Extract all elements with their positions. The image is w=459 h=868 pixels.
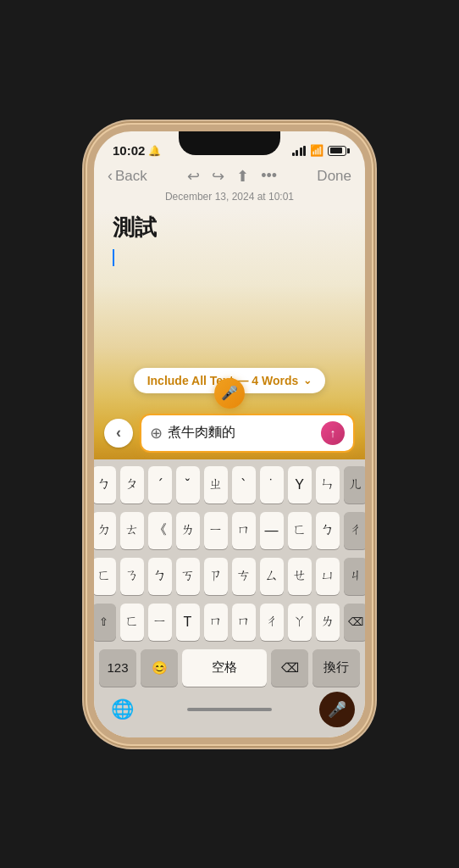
phone-frame: 10:02 🔔 📶 ‹ Back (86, 123, 373, 746)
key-y[interactable]: Y (288, 466, 312, 504)
note-spacer (94, 266, 365, 363)
key-f3[interactable]: ㄈ (94, 558, 116, 595)
keyboard-bottom-row: 123 😊 空格 ⌫ 換行 (97, 649, 362, 687)
key-t4[interactable]: T (176, 604, 200, 641)
key-shift-left[interactable]: ⇧ (94, 604, 116, 641)
key-ch4[interactable]: ㄔ (260, 604, 284, 641)
input-plus-icon[interactable]: ⊕ (150, 424, 163, 442)
key-delete[interactable]: ⌫ (344, 604, 366, 641)
share-button[interactable]: ⬆ (236, 167, 249, 186)
key-emoji[interactable]: 😊 (141, 649, 178, 687)
keyboard-row-1: ㄅ ㄆ ˊ ˇ ㄓ ˋ ˙ Y ㄣ ㄦ (97, 466, 362, 504)
input-back-chevron-icon: ‹ (116, 424, 121, 442)
input-field-wrap[interactable]: ⊕ 煮牛肉麵的 ↑ (140, 414, 355, 453)
key-ci[interactable]: ㄘ (232, 558, 256, 595)
numbers-label: 123 (107, 660, 128, 675)
note-date: December 13, 2024 at 10:01 (94, 189, 365, 209)
key-che[interactable]: ㄔ (344, 512, 366, 549)
notch (179, 131, 280, 155)
status-icons: 📶 (292, 144, 347, 157)
toolbar-middle: ↩ ↪ ⬆ ••• (187, 167, 277, 186)
note-body: 測試 Include All Text — 4 Words ⌄ 🎤 (94, 209, 365, 459)
key-yi[interactable]: ㄧ (204, 512, 228, 549)
back-chevron-icon: ‹ (108, 167, 113, 185)
key-n3[interactable]: ㄋ (120, 558, 144, 595)
mic-bubble-icon: 🎤 (221, 385, 238, 401)
key-a4[interactable]: ㄚ (288, 604, 312, 641)
note-content-area: 測試 (94, 209, 365, 266)
key-si[interactable]: ㄙ (260, 558, 284, 595)
emoji-icon: 😊 (152, 660, 168, 676)
time-display: 10:02 (113, 143, 145, 158)
key-tone5[interactable]: ˙ (260, 466, 284, 504)
home-indicator-area (140, 708, 319, 711)
key-ji[interactable]: ㄐ (344, 558, 366, 595)
battery-icon (328, 146, 346, 156)
wifi-icon: 📶 (310, 144, 324, 157)
keyboard-row-2: ㄉ ㄊ 《 ㄌ ㄧ ㄇ — ㄈ ㄅ ㄔ (97, 512, 362, 549)
key-yu[interactable]: ㄩ (316, 558, 340, 595)
done-button[interactable]: Done (317, 168, 351, 185)
status-time: 10:02 🔔 (113, 143, 161, 158)
key-er[interactable]: ㄦ (344, 466, 366, 504)
key-return[interactable]: 換行 (312, 649, 360, 687)
key-de[interactable]: ㄉ (94, 512, 116, 549)
back-button[interactable]: Back (115, 168, 147, 185)
key-space[interactable]: 空格 (182, 649, 267, 687)
key-te[interactable]: ㄊ (120, 512, 144, 549)
key-tone2[interactable]: ˊ (148, 466, 172, 504)
key-le[interactable]: ㄌ (176, 512, 200, 549)
toolbar-left[interactable]: ‹ Back (108, 167, 147, 185)
input-bar: ‹ ⊕ 煮牛肉麵的 ↑ (94, 403, 365, 459)
key-dash[interactable]: — (260, 512, 284, 549)
mic-bottom-button[interactable]: 🎤 (319, 692, 355, 727)
return-label: 換行 (324, 659, 349, 676)
key-zi[interactable]: ㄗ (204, 558, 228, 595)
key-l4[interactable]: ㄌ (316, 604, 340, 641)
undo-button[interactable]: ↩ (187, 167, 200, 186)
input-text-value: 煮牛肉麵的 (168, 424, 316, 442)
key-backspace[interactable]: ⌫ (271, 649, 308, 687)
key-ne[interactable]: ㄅ (316, 512, 340, 549)
key-ke[interactable]: ㄎ (176, 558, 200, 595)
space-label: 空格 (212, 659, 237, 676)
key-f4[interactable]: ㄈ (120, 604, 144, 641)
input-back-button[interactable]: ‹ (104, 419, 133, 448)
globe-button[interactable]: 🌐 (104, 692, 140, 727)
key-me[interactable]: ㄇ (232, 512, 256, 549)
redo-button[interactable]: ↪ (212, 167, 224, 186)
home-indicator-bar (187, 708, 272, 711)
note-title: 測試 (113, 213, 346, 242)
key-guillemet[interactable]: 《 (148, 512, 172, 549)
key-tone4[interactable]: ˋ (232, 466, 256, 504)
cursor-area (113, 249, 346, 266)
key-po[interactable]: ㄆ (120, 466, 144, 504)
text-cursor (113, 249, 114, 266)
globe-mic-row: 🌐 🎤 (97, 692, 362, 734)
key-bo[interactable]: ㄅ (94, 466, 116, 504)
key-fe[interactable]: ㄈ (288, 512, 312, 549)
key-b3[interactable]: ㄅ (148, 558, 172, 595)
phone-screen: 10:02 🔔 📶 ‹ Back (94, 131, 365, 737)
more-button[interactable]: ••• (261, 167, 277, 185)
pill-chevron-icon: ⌄ (303, 375, 312, 387)
bell-icon: 🔔 (148, 145, 161, 157)
globe-icon: 🌐 (111, 698, 134, 721)
key-numbers[interactable]: 123 (99, 649, 136, 687)
signal-bars-icon (292, 146, 307, 156)
key-m42[interactable]: ㄇ (232, 604, 256, 641)
key-tone3[interactable]: ˇ (176, 466, 200, 504)
key-m4[interactable]: ㄇ (204, 604, 228, 641)
toolbar: ‹ Back ↩ ↪ ⬆ ••• Done (94, 164, 365, 189)
include-all-pill-area: Include All Text — 4 Words ⌄ 🎤 (94, 363, 365, 395)
key-ie[interactable]: ㄝ (288, 558, 312, 595)
keyboard: ㄅ ㄆ ˊ ˇ ㄓ ˋ ˙ Y ㄣ ㄦ ㄉ ㄊ 《 ㄌ ㄧ ㄇ — ㄈ (94, 459, 365, 737)
keyboard-row-4: ⇧ ㄈ ㄧ T ㄇ ㄇ ㄔ ㄚ ㄌ ⌫ (97, 604, 362, 641)
mic-bubble[interactable]: 🎤 (214, 378, 245, 409)
send-up-icon: ↑ (330, 426, 336, 440)
key-en[interactable]: ㄣ (316, 466, 340, 504)
key-yi4[interactable]: ㄧ (148, 604, 172, 641)
key-zhe[interactable]: ㄓ (204, 466, 228, 504)
send-button[interactable]: ↑ (321, 421, 345, 445)
mic-bottom-icon: 🎤 (328, 700, 346, 719)
